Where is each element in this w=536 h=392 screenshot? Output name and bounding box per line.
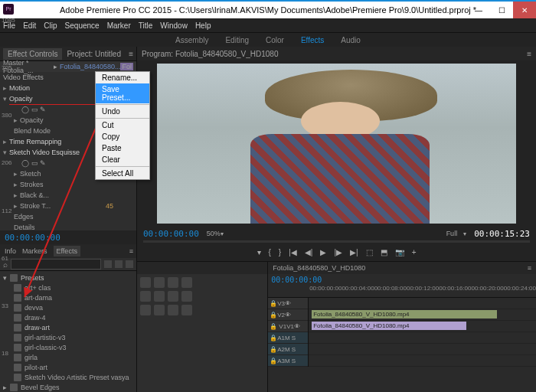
ws-effects[interactable]: Effects (301, 36, 324, 44)
fx-sketch-video[interactable]: Sketch Video Esquisse (9, 149, 80, 156)
track-v1[interactable]: 🔒 V1 V1 👁 (268, 321, 308, 332)
fit-select[interactable]: Full (446, 230, 458, 237)
param-stroke-t[interactable]: Stroke T... (20, 202, 51, 210)
param-sketch[interactable]: Sketch (20, 170, 41, 178)
tab-markers[interactable]: Markers (22, 247, 47, 255)
preset-item[interactable]: pilot-art (25, 364, 47, 371)
zoom-select[interactable]: 50% (207, 230, 221, 237)
extract-icon[interactable]: ⬒ (381, 248, 387, 256)
fx-filter-icon[interactable] (126, 260, 133, 268)
rate-tool-icon[interactable] (140, 291, 151, 302)
track-v3[interactable]: 🔒 V3 👁 (268, 298, 308, 309)
effects-search-input[interactable] (11, 259, 101, 270)
param-black[interactable]: Black &... (20, 191, 49, 199)
mark-out-icon[interactable]: } (279, 248, 281, 256)
mask-pen-icon[interactable]: ✎ (40, 159, 46, 167)
track-select-tool-icon[interactable] (154, 277, 165, 288)
ctx-clear[interactable]: Clear (96, 154, 149, 165)
preset-item[interactable]: devva (25, 304, 43, 312)
ws-color[interactable]: Color (266, 36, 284, 44)
menu-sequence[interactable]: Sequence (65, 21, 100, 30)
ctx-cut[interactable]: Cut (96, 119, 149, 131)
go-out-icon[interactable]: ▶| (350, 248, 358, 256)
panel-menu-icon[interactable]: ≡ (129, 50, 133, 58)
clip-v2[interactable]: Fotolia_84840580_V_HD1080.mp4 (312, 310, 497, 318)
preset-item[interactable]: girl-artistic-v3 (25, 334, 66, 341)
bevel-folder[interactable]: Bevel Edges (21, 384, 60, 391)
ctx-paste[interactable]: Paste (96, 142, 149, 154)
param-details[interactable]: Details (14, 224, 35, 230)
effctl-timecode[interactable]: 00:00:00:00 (0, 230, 136, 244)
preset-item[interactable]: art+ clas (25, 284, 51, 292)
menu-clip[interactable]: Clip (44, 21, 57, 30)
track-v2[interactable]: 🔒 V2 👁 (268, 309, 308, 321)
export-frame-icon[interactable]: 📷 (395, 248, 404, 256)
ctx-select-all[interactable]: Select All (96, 168, 149, 179)
slide-tool-icon[interactable] (181, 291, 192, 302)
ws-assembly[interactable]: Assembly (175, 36, 208, 44)
program-tc-left[interactable]: 00:00:00:00 (143, 229, 199, 239)
clip-name[interactable]: Fotolia_84840580... (60, 63, 121, 70)
track-a3[interactable]: 🔒 A3 M S (268, 355, 308, 367)
timeline-tc[interactable]: 00:00:00:00 (271, 276, 322, 284)
hand-tool-icon[interactable] (154, 305, 165, 315)
mask-rect-icon[interactable]: ▭ (31, 159, 38, 167)
ws-editing[interactable]: Editing (225, 36, 249, 44)
sequence-tab[interactable]: Fotolia_84840580_V_HD1080 (273, 264, 365, 272)
param-strokes[interactable]: Strokes (20, 181, 44, 188)
tab-project[interactable]: Project: Untitled (62, 48, 126, 60)
minimize-button[interactable]: — (467, 2, 490, 18)
mask-pen-icon[interactable]: ✎ (40, 106, 46, 113)
menu-marker[interactable]: Marker (107, 21, 131, 30)
play-icon[interactable]: ▶ (320, 248, 326, 256)
track-a1[interactable]: 🔒 A1 M S (268, 332, 308, 344)
slip-tool-icon[interactable] (168, 291, 178, 302)
go-in-icon[interactable]: |◀ (289, 248, 297, 256)
fx-filter-icon[interactable] (104, 260, 112, 268)
lift-icon[interactable]: ⬚ (366, 248, 373, 256)
razor-tool-icon[interactable] (154, 291, 165, 302)
preset-item[interactable]: draw-4 (25, 314, 46, 322)
mask-rect-icon[interactable]: ▭ (31, 106, 38, 113)
mask-ellipse-icon[interactable]: ◯ (21, 106, 29, 113)
step-back-icon[interactable]: ◀| (305, 248, 313, 256)
opacity-param[interactable]: Opacity (20, 116, 44, 124)
rolling-tool-icon[interactable] (181, 277, 192, 288)
presets-folder[interactable]: Presets (21, 274, 44, 282)
stroke-t-value[interactable]: 45 (106, 202, 113, 210)
mark-in-icon[interactable]: { (269, 248, 271, 256)
menu-edit[interactable]: Edit (23, 21, 36, 30)
ws-audio[interactable]: Audio (341, 36, 361, 44)
preset-item[interactable]: girl-classic-v3 (25, 344, 67, 351)
mask-ellipse-icon[interactable]: ◯ (21, 159, 29, 167)
ctx-copy[interactable]: Copy (96, 131, 149, 142)
ripple-tool-icon[interactable] (168, 277, 178, 288)
preset-item[interactable]: draw-art (25, 324, 50, 332)
track-a2[interactable]: 🔒 A2 M S (268, 344, 308, 355)
add-marker-icon[interactable]: ▾ (257, 248, 261, 256)
pen-tool-icon[interactable] (140, 305, 151, 315)
selection-tool-icon[interactable] (140, 277, 151, 288)
step-fwd-icon[interactable]: |▶ (334, 248, 342, 256)
clip-v1[interactable]: Fotolia_84840580_V_HD1080.mp4 (312, 322, 466, 330)
panel-menu-icon[interactable]: ≡ (527, 50, 531, 58)
preset-item[interactable]: art-dama (25, 294, 52, 302)
tab-effects[interactable]: Effects (54, 246, 80, 256)
maximize-button[interactable]: ☐ (490, 2, 513, 18)
close-button[interactable]: ✕ (513, 2, 536, 18)
preset-item[interactable]: girla (25, 354, 38, 361)
type-tool-icon[interactable] (181, 305, 192, 315)
preset-item[interactable]: Sketch Video Artistic Preset vasya (25, 374, 129, 381)
time-ruler[interactable]: 00:00:00:0000:00:04:0000:00:08:0000:00:1… (268, 285, 536, 298)
menu-title[interactable]: Title (139, 21, 153, 30)
ctx-undo[interactable]: Undo (96, 106, 149, 117)
ctx-save-preset[interactable]: Save Preset... (96, 83, 149, 103)
settings-icon[interactable]: + (412, 248, 417, 256)
panel-menu-icon[interactable]: ≡ (129, 247, 133, 255)
fx-time-remapping[interactable]: Time Remapping (9, 138, 61, 145)
ctx-rename[interactable]: Rename... (96, 72, 149, 83)
video-preview[interactable] (157, 64, 516, 224)
fx-filter-icon[interactable] (115, 260, 123, 268)
menu-help[interactable]: Help (195, 21, 211, 30)
menu-window[interactable]: Window (160, 21, 188, 30)
